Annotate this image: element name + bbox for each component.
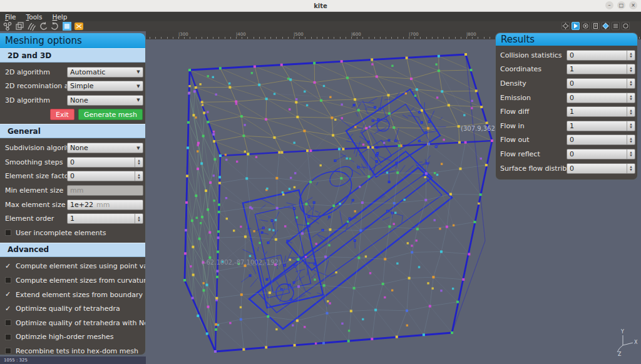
row-2d-recombination: 2D recomination algorith Simple ▼ (0, 79, 145, 94)
checkbox-icon[interactable] (5, 306, 11, 312)
size-factor-spinner[interactable]: 0 ▲▼ (67, 171, 143, 181)
spinner-arrows-icon[interactable]: ▲▼ (135, 158, 143, 167)
collision-statistics-spinner[interactable]: 0 ▲▼ (567, 50, 635, 61)
flow-in-spinner[interactable]: 1 ▲▼ (567, 121, 635, 131)
axis-x-label: X (634, 340, 638, 345)
row-flow-out: Flow out 0 ▲▼ (496, 133, 637, 148)
subdivision-dropdown[interactable]: None ▼ (67, 143, 143, 153)
chevron-down-icon: ▼ (134, 98, 143, 103)
max-size-input[interactable]: 1e+22 mm (67, 200, 143, 210)
coordinates-spinner[interactable]: 1 ▲▼ (567, 64, 635, 74)
menu-file[interactable]: File (0, 13, 21, 21)
spinner-arrows-icon[interactable]: ▲▼ (627, 107, 635, 116)
toolbar-left (3, 21, 84, 31)
spinner-arrows-icon[interactable]: ▲▼ (135, 171, 143, 181)
spinner-arrows-icon[interactable]: ▲▼ (627, 93, 635, 103)
spinner-arrows-icon[interactable]: ▲▼ (627, 135, 635, 144)
document-view-icon[interactable] (592, 22, 600, 30)
row-element-order: Element order 1 ▲▼ (0, 211, 145, 226)
checkbox-icon[interactable] (5, 263, 11, 270)
flow-reflect-spinner[interactable]: 0 ▲▼ (567, 149, 635, 159)
chevron-down-icon: ▼ (134, 84, 143, 89)
target-view-icon[interactable] (582, 22, 590, 30)
axis-triad: Y X Z (610, 328, 638, 360)
close-button[interactable]: × (629, 1, 637, 9)
checkbox-extend-boundary[interactable]: Extend element sizes from boundary (0, 288, 145, 302)
spinner-arrows-icon[interactable]: ▲▼ (627, 164, 635, 173)
row-2d-algorithm: 2D algorithm Automatic ▼ (0, 65, 145, 79)
flow-diff-spinner[interactable]: 1 ▲▼ (567, 106, 635, 117)
menu-help[interactable]: Help (47, 13, 72, 21)
minimize-button[interactable]: – (605, 1, 613, 9)
checkbox-icon[interactable] (5, 320, 11, 326)
axis-z-label: Z (618, 351, 622, 357)
min-size-input[interactable]: mm (67, 185, 143, 196)
meshing-options-panel: Meshing options 2D and 3D 2D algorithm A… (0, 33, 146, 355)
selection-tool-icon[interactable] (62, 21, 72, 31)
action-buttons-row: Exit Generate mesh (0, 108, 145, 122)
3d-algorithm-dropdown[interactable]: None ▼ (67, 95, 143, 106)
toolbar (0, 21, 641, 31)
spinner-arrows-icon[interactable]: ▲▼ (627, 64, 635, 74)
emission-spinner[interactable]: 0 ▲▼ (567, 93, 635, 103)
panel-title: Meshing options (0, 33, 145, 48)
mesh-delete-icon[interactable] (74, 21, 84, 31)
exit-button[interactable]: Exit (50, 109, 74, 120)
spinner-arrows-icon[interactable]: ▲▼ (627, 79, 635, 88)
gear-view-icon[interactable] (562, 22, 570, 30)
section-2d-3d: 2D and 3D (0, 48, 145, 63)
row-smoothing: Smoothing steps 0 ▲▼ (0, 155, 145, 169)
checkbox-icon[interactable] (5, 348, 11, 354)
brush-tool-icon[interactable] (26, 21, 36, 31)
row-size-factor: Element size factor 0 ▲▼ (0, 169, 145, 184)
redo-icon[interactable] (50, 21, 60, 31)
checkbox-icon[interactable] (5, 230, 11, 236)
window-title: kite (314, 3, 327, 9)
copy-tool-icon[interactable] (14, 21, 24, 31)
list-view-icon[interactable] (612, 22, 620, 30)
checkbox-curvature[interactable]: Compute element sizes from curvature (0, 273, 145, 288)
row-subdivision: Subdivision algorithm None ▼ (0, 141, 145, 155)
2d-recombination-dropdown[interactable]: Simple ▼ (67, 81, 143, 91)
row-3d-algorithm: 3D algorithm None ▼ (0, 93, 145, 108)
menu-tools[interactable]: Tools (21, 13, 48, 21)
checkbox-point-values[interactable]: Compute element sizes using point values (0, 260, 145, 274)
generate-mesh-button[interactable]: Generate mesh (78, 109, 143, 120)
spinner-arrows-icon[interactable]: ▲▼ (627, 149, 635, 159)
spinner-arrows-icon[interactable]: ▲▼ (627, 121, 635, 131)
checkbox-icon[interactable] (5, 277, 11, 283)
cursor-view-icon[interactable] (572, 22, 580, 30)
density-spinner[interactable]: 0 ▲▼ (567, 78, 635, 89)
window-controls: – □ × (605, 1, 637, 9)
section-advanced: Advanced (0, 243, 145, 257)
flow-out-spinner[interactable]: 0 ▲▼ (567, 134, 635, 145)
titlebar: kite – □ × (0, 0, 641, 12)
smoothing-spinner[interactable]: 0 ▲▼ (67, 157, 143, 168)
chevron-down-icon: ▼ (134, 69, 143, 74)
row-density: Density 0 ▲▼ (496, 76, 637, 91)
points-tool-icon[interactable] (3, 21, 13, 31)
element-order-spinner[interactable]: 1 ▲▼ (67, 213, 143, 224)
row-coordinates: Coordinates 1 ▲▼ (496, 63, 637, 77)
chevron-down-icon: ▼ (134, 146, 143, 151)
section-general: General (0, 124, 145, 138)
spinner-arrows-icon[interactable]: ▲▼ (135, 214, 143, 223)
sphere-view-icon[interactable] (622, 22, 630, 30)
row-collision-statistics: Collision statistics 0 ▲▼ (496, 48, 637, 63)
row-flow-diff: Flow diff 1 ▲▼ (496, 104, 637, 119)
cube-view-icon[interactable] (602, 22, 610, 30)
checkbox-optimize-tetrahedra[interactable]: Optimize quality of tetrahedra (0, 301, 145, 316)
checkbox-incomplete-elements[interactable]: User incomplete elements (0, 226, 145, 240)
row-max-size: Max element size 1e+22 mm (0, 198, 145, 212)
undo-icon[interactable] (38, 21, 48, 31)
checkbox-icon[interactable] (5, 334, 11, 340)
maximize-button[interactable]: □ (617, 1, 625, 9)
checkbox-optimize-netgen[interactable]: Optimize quality of tetrahedra with Netg… (0, 316, 145, 330)
checkbox-high-order[interactable]: Optimzie high-order meshes (0, 330, 145, 345)
axis-y-label: Y (620, 329, 624, 335)
results-panel: Results Collision statistics 0 ▲▼ Coordi… (495, 33, 638, 180)
spinner-arrows-icon[interactable]: ▲▼ (627, 51, 635, 60)
surface-flow-spinner[interactable]: 0 ▲▼ (567, 163, 635, 174)
checkbox-icon[interactable] (5, 291, 11, 298)
2d-algorithm-dropdown[interactable]: Automatic ▼ (67, 67, 143, 78)
